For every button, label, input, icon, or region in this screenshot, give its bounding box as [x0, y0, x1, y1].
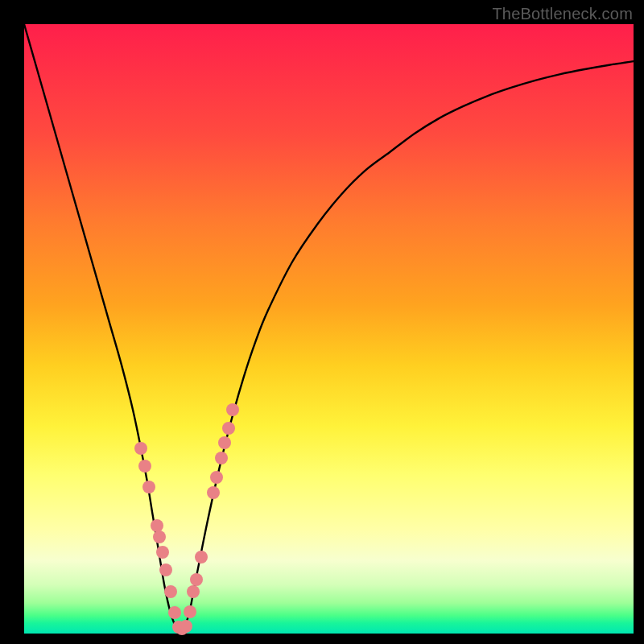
chart-stage: TheBottleneck.com [0, 0, 644, 644]
bottleneck-curve [24, 24, 634, 630]
plot-area [24, 24, 634, 634]
curve-layer [24, 24, 634, 634]
watermark-text: TheBottleneck.com [492, 5, 633, 23]
